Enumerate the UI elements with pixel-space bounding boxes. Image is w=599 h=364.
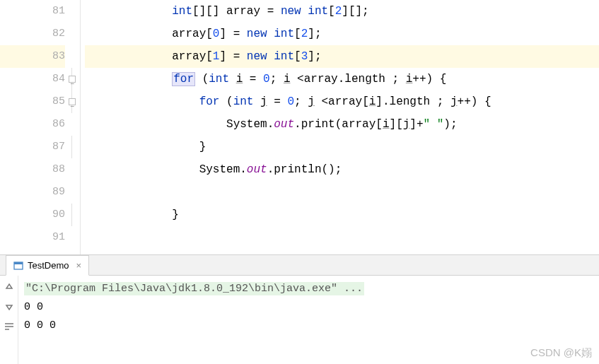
token: .: [240, 163, 247, 176]
token: .: [267, 163, 274, 176]
code-line[interactable]: int[][] array = new int[2][];: [85, 0, 599, 23]
token: [: [206, 50, 213, 63]
number-literal: 0: [287, 95, 294, 108]
code-line[interactable]: array[0] = new int[2];: [85, 23, 599, 45]
scroll-down-icon[interactable]: [4, 301, 15, 312]
token: ][];: [342, 5, 368, 18]
code-line[interactable]: }: [85, 204, 599, 226]
token: ;: [385, 73, 406, 86]
console-tab-label: TestDemo: [28, 260, 69, 271]
variable: i: [369, 95, 376, 108]
string-literal: " ": [424, 118, 444, 131]
token: .: [267, 118, 274, 131]
code-line[interactable]: for (int i = 0; i <array.length ; i++) {: [85, 68, 599, 90]
variable: j: [450, 95, 458, 108]
token: ].: [376, 95, 389, 108]
line-number: 83: [0, 45, 65, 68]
token: <: [291, 73, 304, 86]
token: [229, 73, 236, 86]
token: array: [304, 73, 338, 86]
variable: j: [308, 95, 315, 108]
token: [: [376, 118, 383, 131]
console-output[interactable]: "C:\Program Files\Java\jdk1.8.0_192\bin\…: [18, 276, 599, 364]
token: ;: [294, 95, 308, 108]
token: array: [342, 118, 376, 131]
static-field: out: [274, 118, 294, 131]
token: [253, 95, 260, 108]
code-line[interactable]: [85, 226, 599, 249]
fold-toggle-icon[interactable]: [69, 98, 76, 105]
number-literal: 2: [301, 28, 308, 40]
line-number: 88: [0, 158, 65, 181]
run-config-icon: [13, 261, 23, 271]
keyword: new int: [247, 28, 294, 40]
token: ];: [308, 28, 321, 40]
number-literal: 0: [213, 28, 220, 40]
token: =: [267, 95, 288, 108]
code-line[interactable]: System.out.print(array[i][j]+" ");: [85, 113, 599, 136]
variable: i: [236, 73, 243, 86]
variable: j: [260, 95, 267, 108]
keyword: int: [233, 95, 254, 108]
console-toolbar: [0, 276, 18, 364]
code-editor[interactable]: 8182838485868788899091 int[][] array = n…: [0, 0, 599, 254]
code-line[interactable]: }: [85, 136, 599, 158]
token: .: [338, 73, 345, 86]
number-literal: 0: [263, 73, 270, 86]
line-number: 91: [0, 226, 65, 249]
token: (: [219, 95, 233, 108]
console-command-line: "C:\Program Files\Java\jdk1.8.0_192\bin\…: [24, 282, 364, 295]
token: ++) {: [458, 95, 492, 108]
scroll-up-icon[interactable]: [4, 281, 15, 293]
token: [: [362, 95, 369, 108]
token: ]+: [409, 118, 423, 131]
code-line[interactable]: System.out.println();: [85, 158, 599, 181]
variable: i: [284, 73, 291, 86]
token: length: [344, 73, 385, 86]
token: (: [335, 118, 342, 131]
token: [: [328, 5, 335, 18]
token: System: [199, 163, 240, 176]
token: =: [243, 73, 263, 86]
token: [: [206, 28, 213, 40]
console-tab-bar: TestDemo ×: [0, 254, 599, 276]
token: <: [315, 95, 328, 108]
token: length: [390, 95, 431, 108]
number-literal: 1: [213, 50, 220, 63]
code-line[interactable]: array[1] = new int[3];: [85, 45, 599, 68]
line-number: 85: [0, 90, 65, 113]
code-line[interactable]: for (int j = 0; j <array[i].length ; j++…: [85, 90, 599, 113]
token: ++) {: [412, 73, 446, 86]
fold-toggle-icon[interactable]: [69, 76, 76, 83]
soft-wrap-icon[interactable]: [4, 321, 15, 332]
token: ;: [430, 95, 450, 108]
line-number: 86: [0, 113, 65, 136]
line-number-gutter: 8182838485868788899091: [0, 0, 85, 254]
variable: j: [403, 118, 410, 131]
token: array: [226, 5, 260, 18]
variable: i: [406, 73, 413, 86]
console-panel: "C:\Program Files\Java\jdk1.8.0_192\bin\…: [0, 276, 599, 364]
token: array: [172, 28, 206, 40]
code-line[interactable]: [85, 181, 599, 204]
number-literal: 3: [301, 50, 308, 63]
line-number: 90: [0, 204, 65, 226]
close-tab-icon[interactable]: ×: [74, 260, 82, 271]
token: ;: [270, 73, 284, 86]
token: System: [226, 118, 267, 131]
token: ][: [390, 118, 403, 131]
token: ] =: [219, 28, 246, 40]
token: ();: [321, 163, 342, 176]
console-output-line: 0 0: [24, 298, 593, 317]
console-output-line: 0 0 0: [24, 317, 593, 335]
console-tab-testdemo[interactable]: TestDemo ×: [6, 255, 89, 276]
line-number: 87: [0, 136, 65, 158]
svg-rect-1: [14, 262, 23, 264]
line-number: 89: [0, 181, 65, 204]
code-content[interactable]: int[][] array = new int[2][]; array[0] =…: [85, 0, 599, 254]
static-field: out: [247, 163, 267, 176]
keyword: int: [209, 73, 229, 86]
line-number: 84: [0, 68, 65, 90]
token: ] =: [219, 50, 246, 63]
token: println: [274, 163, 321, 176]
